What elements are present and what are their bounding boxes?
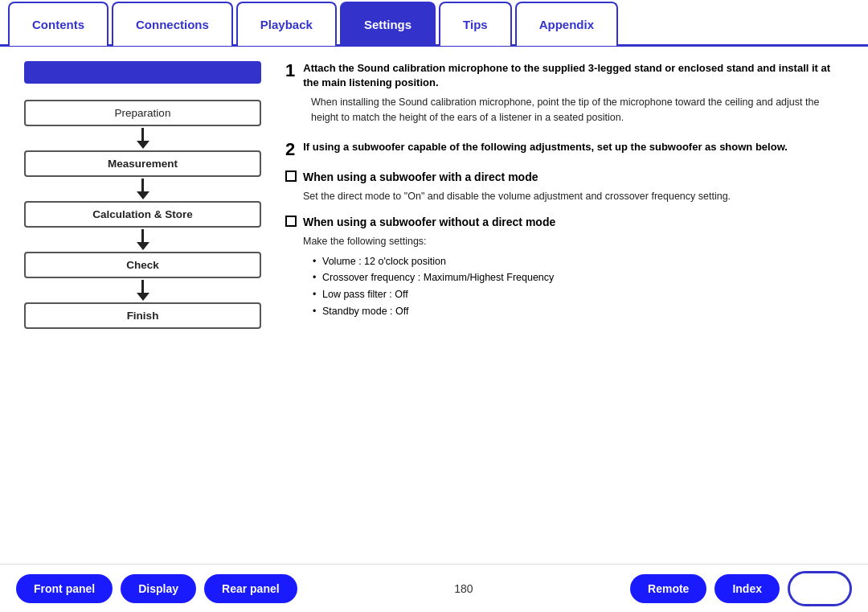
sub-heading-2-0: When using a subwoofer with a direct mod… [285,169,844,186]
right-column: 1Attach the Sound calibration microphone… [285,61,844,549]
list-item: Crossover frequency : Maximum/Highest Fr… [313,270,844,285]
bottom-btn-front-panel[interactable]: Front panel [16,574,113,603]
flow-item-finish: Finish [24,302,261,329]
flow-arrow-2 [137,179,149,199]
nav-tab-settings[interactable]: Settings [340,2,436,46]
step-title-1: Attach the Sound calibration microphone … [303,61,844,90]
list-item: Standby mode : Off [313,304,844,319]
checkbox-icon [285,216,297,227]
nav-tab-contents[interactable]: Contents [8,2,108,46]
step-title-2: If using a subwoofer capable of the foll… [303,140,788,154]
step-desc-1: When installing the Sound calibration mi… [311,95,844,125]
page-title-box [24,61,261,84]
nav-tab-playback[interactable]: Playback [236,2,337,46]
step-header-1: 1Attach the Sound calibration microphone… [285,61,844,90]
bottom-btn-index[interactable]: Index [714,574,780,603]
flow-item-calculation-&-store: Calculation & Store [24,201,261,228]
sub-heading-2-1: When using a subwoofer without a direct … [285,214,844,231]
flow-arrow-4 [137,280,149,301]
flow-item-preparation: Preparation [24,100,261,126]
nav-tab-tips[interactable]: Tips [439,2,512,46]
sub-heading-text: When using a subwoofer without a direct … [303,214,555,231]
nav-tab-connections[interactable]: Connections [112,2,233,46]
bullet-list-2-1: Volume : 12 o'clock positionCrossover fr… [313,254,844,319]
step-number-1: 1 [285,61,295,80]
left-column: PreparationMeasurementCalculation & Stor… [24,61,261,549]
checkbox-icon [285,170,297,182]
top-navigation: ContentsConnectionsPlaybackSettingsTipsA… [0,0,868,47]
bottom-right-shape [788,571,852,606]
flow-arrow-3 [137,229,149,250]
nav-tab-appendix[interactable]: Appendix [515,2,618,46]
step-1: 1Attach the Sound calibration microphone… [285,61,844,125]
sub-heading-text: When using a subwoofer with a direct mod… [303,169,538,186]
step-2: 2If using a subwoofer capable of the fol… [285,140,844,319]
flowchart: PreparationMeasurementCalculation & Stor… [24,100,261,329]
bottom-btn-display[interactable]: Display [121,574,196,603]
flow-item-check: Check [24,252,261,278]
bottom-navigation: Front panelDisplayRear panel180RemoteInd… [0,564,868,612]
flow-item-measurement: Measurement [24,150,261,177]
list-item: Low pass filter : Off [313,287,844,302]
sub-desc-2-0: Set the direct mode to "On" and disable … [303,189,844,204]
bottom-btn-remote[interactable]: Remote [630,574,706,603]
step-number-2: 2 [285,140,295,159]
page-number: 180 [305,582,622,595]
bottom-btn-rear-panel[interactable]: Rear panel [204,574,297,603]
main-content: PreparationMeasurementCalculation & Stor… [0,47,868,564]
list-item: Volume : 12 o'clock position [313,254,844,269]
step-header-2: 2If using a subwoofer capable of the fol… [285,140,844,159]
flow-arrow-1 [137,128,149,149]
sub-intro-2-1: Make the following settings: [303,234,844,249]
